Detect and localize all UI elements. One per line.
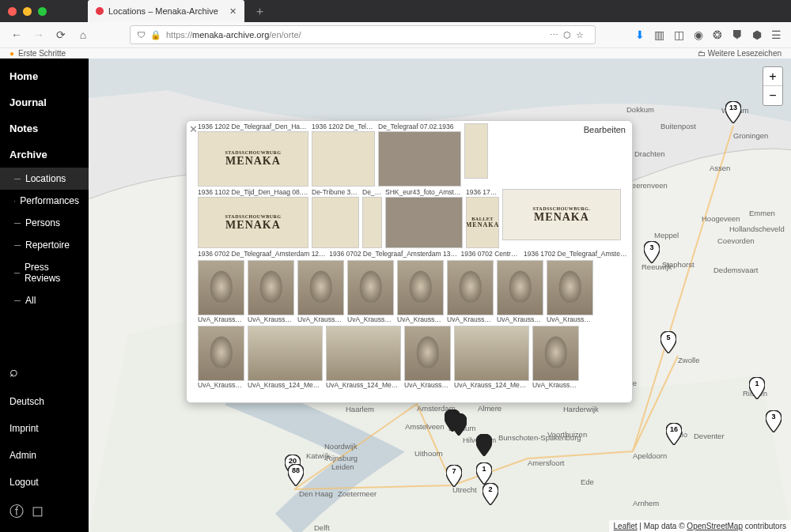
map-marker[interactable]: 3 [644, 241, 660, 266]
bottom-logout[interactable]: Logout [0, 469, 89, 496]
thumb-image[interactable] [198, 260, 244, 315]
ext1-icon[interactable]: ❂ [713, 28, 722, 41]
sub-persons[interactable]: Persons [0, 212, 89, 234]
sub-locations[interactable]: Locations [0, 168, 89, 190]
ext2-icon[interactable]: ⛊ [732, 28, 743, 41]
thumbnail[interactable]: UvA_Krauss_12… [248, 260, 294, 324]
thumbnail[interactable]: UvA_Krauss_12… [447, 260, 494, 324]
bookmark-weitere[interactable]: 🗀 Weitere Lesezeichen [698, 49, 782, 58]
nav-notes[interactable]: Notes [0, 115, 89, 141]
reload-button[interactable]: ⟳ [54, 28, 68, 41]
thumbnail[interactable]: UvA_Krauss_124_Menaka13 [454, 326, 529, 390]
map-marker[interactable]: 3 [766, 410, 782, 435]
sub-press-reviews[interactable]: Press Reviews [0, 256, 89, 289]
thumbnail[interactable]: UvA_Krauss_12… [547, 260, 593, 324]
thumb-image[interactable] [312, 197, 359, 248]
thumbnail[interactable]: UvA_Krauss_12… [347, 260, 394, 324]
thumb-image[interactable] [385, 197, 463, 248]
map-marker[interactable]: 16 [666, 423, 682, 447]
thumb-image[interactable] [362, 197, 382, 248]
instagram-icon[interactable]: ◻ [32, 502, 44, 521]
download-icon[interactable]: ⬇ [635, 28, 645, 41]
browser-tab[interactable]: Locations – Menaka-Archive ✕ [88, 0, 244, 22]
thumb-image[interactable] [464, 123, 488, 179]
facebook-icon[interactable]: ⓕ [9, 502, 24, 521]
new-tab-button[interactable]: ＋ [254, 4, 266, 19]
thumbnail[interactable]: De_Telegraaf 07.02.1936 [378, 123, 461, 187]
thumbnail[interactable]: UvA_Krauss_12… [397, 260, 444, 324]
nav-home[interactable]: Home [0, 63, 89, 89]
zoom-out-button[interactable]: − [763, 86, 782, 105]
thumb-image[interactable] [532, 326, 579, 381]
address-bar[interactable]: 🛡 🔒 https://menaka-archive.org/en/orte/ … [130, 25, 596, 44]
thumbnail[interactable]: 1936 1102 De_Tijd_Den_Haag 08.02.1936STA… [198, 188, 308, 248]
nav-journal[interactable]: Journal [0, 89, 89, 115]
map-marker[interactable] [476, 434, 492, 458]
thumbnail[interactable]: SHK_eur43_foto_Amsterdam [385, 188, 463, 248]
thumbnail[interactable]: UvA_Krauss_12… [198, 326, 244, 390]
maximize-window-icon[interactable] [38, 7, 47, 16]
thumb-image[interactable] [326, 326, 401, 381]
thumbnail[interactable]: 1936 170…BALLETMENAKA [466, 188, 499, 248]
ext3-icon[interactable]: ⬢ [752, 28, 762, 41]
sub-performances[interactable]: Performances [0, 190, 89, 212]
sub-repertoire[interactable]: Repertoire [0, 234, 89, 256]
thumbnail[interactable] [464, 123, 488, 187]
thumbnail[interactable]: De-Tribune 30.01.1… [312, 188, 359, 248]
thumbnail[interactable]: UvA_Krauss_124_Menaka10 [248, 326, 323, 390]
popup-close-icon[interactable]: ✕ [189, 123, 198, 135]
osm-link[interactable]: OpenStreetMap [687, 522, 743, 530]
thumb-image[interactable]: STADSSCHOUWBURGMENAKA [198, 197, 308, 248]
thumb-image[interactable] [378, 131, 461, 187]
thumb-image[interactable] [248, 326, 323, 381]
bottom-imprint[interactable]: Imprint [0, 415, 89, 442]
thumbnail[interactable]: 1936 1202 De_Telegraaf… [312, 123, 375, 187]
thumbnail[interactable]: De_T… [362, 188, 382, 248]
sub-all[interactable]: All [0, 289, 89, 311]
thumb-image[interactable] [454, 326, 529, 381]
sidebar-icon[interactable]: ◫ [674, 28, 684, 41]
thumb-image[interactable] [248, 260, 294, 315]
bottom-admin[interactable]: Admin [0, 442, 89, 469]
map-marker[interactable]: 5 [660, 331, 676, 356]
popup-edit-link[interactable]: Bearbeiten [584, 125, 626, 134]
bookmark-erste-schritte[interactable]: Erste Schritte [18, 49, 66, 58]
thumb-image[interactable] [397, 260, 444, 315]
bookmark-star-icon[interactable]: ☆ [576, 30, 584, 40]
thumb-image[interactable] [312, 131, 375, 187]
thumb-image[interactable] [447, 260, 494, 315]
thumbnail[interactable]: UvA_Krauss_12… [297, 260, 344, 324]
thumb-image[interactable] [347, 260, 394, 315]
thumb-image[interactable]: BALLETMENAKA [466, 197, 499, 248]
thumb-image[interactable]: STADSSCHOUWBURG.MENAKA [502, 189, 621, 240]
thumbnail[interactable]: STADSSCHOUWBURG.MENAKA [502, 188, 621, 248]
thumb-image[interactable] [297, 260, 344, 315]
menu-icon[interactable]: ☰ [771, 28, 782, 41]
close-window-icon[interactable] [8, 7, 17, 16]
map-marker[interactable]: 13 [725, 101, 741, 126]
reader-icon[interactable]: ⬡ [563, 30, 571, 40]
library-icon[interactable]: ▥ [654, 28, 664, 41]
bottom-deutsch[interactable]: Deutsch [0, 388, 89, 415]
minimize-window-icon[interactable] [23, 7, 32, 16]
thumbnail[interactable]: UvA_Krauss_12… [198, 260, 244, 324]
map-marker[interactable]: 88 [288, 464, 304, 489]
thumbnail[interactable]: 1936 1202 De_Telegraaf_Den_Haag 08.02.19… [198, 123, 308, 187]
thumb-image[interactable] [198, 326, 244, 381]
tab-close-icon[interactable]: ✕ [229, 6, 237, 17]
thumb-image[interactable] [547, 260, 593, 315]
thumbnail[interactable]: UvA_Krauss_124_Menaka11 [326, 326, 401, 390]
thumb-image[interactable]: STADSSCHOUWBURGMENAKA [198, 131, 308, 187]
leaflet-link[interactable]: Leaflet [614, 522, 638, 530]
home-button[interactable]: ⌂ [76, 28, 90, 41]
search-icon[interactable]: ⌕ [0, 356, 89, 388]
map-marker[interactable]: 7 [446, 465, 462, 489]
window-controls[interactable] [8, 7, 47, 16]
thumbnail[interactable]: UvA_Krauss_12… [497, 260, 543, 324]
more-icon[interactable]: ⋯ [550, 30, 558, 40]
thumbnail[interactable]: UvA_Krauss_12… [532, 326, 579, 390]
thumb-image[interactable] [404, 326, 451, 381]
nav-archive[interactable]: Archive [0, 141, 89, 168]
account-icon[interactable]: ◉ [694, 28, 703, 41]
back-button[interactable]: ← [9, 28, 24, 41]
